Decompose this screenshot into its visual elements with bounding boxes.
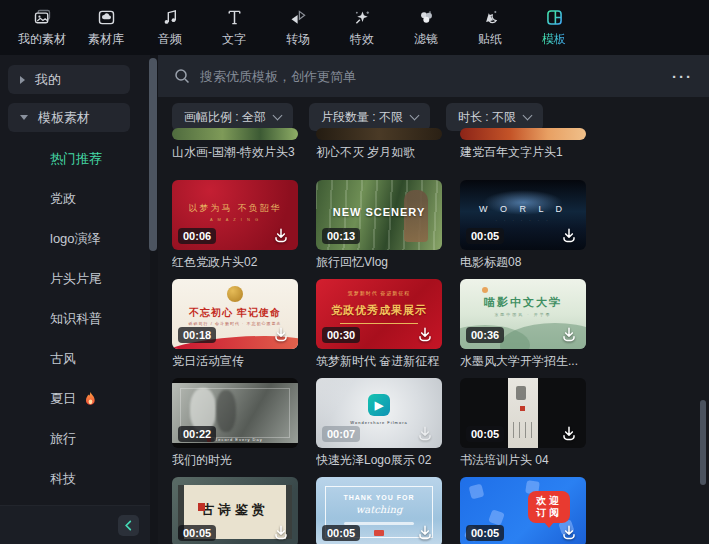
template-card[interactable]: 建党百年文字片头1 <box>460 128 586 161</box>
download-icon[interactable] <box>271 325 291 345</box>
tab-my-media[interactable]: 我的素材 <box>10 0 74 55</box>
duration-badge: 00:18 <box>178 327 216 343</box>
template-thumbnail <box>172 128 298 140</box>
tab-templates-active[interactable]: 模板 <box>522 0 586 55</box>
collapse-sidebar-button[interactable] <box>118 515 139 536</box>
template-card[interactable]: 00:05 书法培训片头 04 <box>460 378 586 469</box>
template-card[interactable]: W O R L D · · · · · · · 00:05 电影标题08 <box>460 180 586 271</box>
tab-transition[interactable]: 转场 <box>266 0 330 55</box>
tab-label-active: 模板 <box>542 31 566 48</box>
more-options-button[interactable]: ··· <box>672 68 693 85</box>
template-thumbnail: 筑梦新时代 奋进新征程 党政优秀成果展示 00:30 <box>316 279 442 349</box>
duration-badge: 00:05 <box>466 228 504 244</box>
template-card[interactable]: NEW SCENERY 00:13 旅行回忆Vlog <box>316 180 442 271</box>
tab-label: 我的素材 <box>18 31 66 48</box>
subscribe-bubble: 欢迎 订阅 <box>528 491 570 523</box>
sidebar-item-party[interactable]: 党政 <box>50 190 76 208</box>
download-icon[interactable] <box>415 325 435 345</box>
tab-stock-library[interactable]: 素材库 <box>74 0 138 55</box>
template-card[interactable]: ▶ Wondershare Filmora 00:07 快速光泽Logo展示 0… <box>316 378 442 469</box>
chevron-down-icon <box>20 115 28 120</box>
duration-badge: 00:06 <box>178 228 216 244</box>
tab-text[interactable]: 文字 <box>202 0 266 55</box>
content-scrollbar[interactable] <box>700 400 706 485</box>
filmora-logo: ▶ <box>368 394 390 416</box>
download-icon[interactable] <box>415 424 435 444</box>
sidebar-group-label: 我的 <box>35 71 61 89</box>
tab-label: 文字 <box>222 31 246 48</box>
filter-row: 画幅比例 : 全部 片段数量 : 不限 时长 : 不限 <box>172 103 543 131</box>
sidebar: 我的 模板素材 热门推荐 党政 logo演绎 片头片尾 知识科普 古风 夏日 旅… <box>0 55 150 544</box>
template-row: 以梦为马 不负韶华 A M A Z I N G 00:06 红色党政片头02 N… <box>172 180 586 271</box>
transition-icon <box>288 7 309 28</box>
template-card[interactable]: 初心不灭 岁月如歌 <box>316 128 442 161</box>
tab-audio[interactable]: 音频 <box>138 0 202 55</box>
sidebar-item-tech[interactable]: 科技 <box>50 470 76 488</box>
template-thumbnail: 欢迎 订阅 00:05 <box>460 477 586 544</box>
download-icon[interactable] <box>271 523 291 543</box>
template-thumbnail <box>316 128 442 140</box>
filter-clip-count[interactable]: 片段数量 : 不限 <box>309 103 430 131</box>
sidebar-group-mine[interactable]: 我的 <box>8 65 130 94</box>
duration-badge: 00:05 <box>322 525 360 541</box>
template-row: 山水画-国潮-特效片头3 初心不灭 岁月如歌 建党百年文字片头1 <box>172 128 586 161</box>
sidebar-group-label: 模板素材 <box>38 109 90 127</box>
template-row: 不忘初心 牢记使命 砥砺前行 / 奋斗新时代 · 不忘初心跟党走 00:18 党… <box>172 279 586 370</box>
template-card[interactable]: 古诗鉴赏 00:05 古诗鉴赏 <box>172 477 298 544</box>
download-icon[interactable] <box>559 325 579 345</box>
tab-label: 特效 <box>350 31 374 48</box>
search-input[interactable] <box>200 69 662 84</box>
template-thumbnail: 古诗鉴赏 00:05 <box>172 477 298 544</box>
filter-duration[interactable]: 时长 : 不限 <box>446 103 543 131</box>
top-toolbar: 我的素材 素材库 音频 文字 转场 特效 <box>0 0 709 55</box>
filter-icon <box>416 7 437 28</box>
sidebar-item-travel[interactable]: 旅行 <box>50 430 76 448</box>
sidebar-item-hot[interactable]: 热门推荐 <box>50 150 102 168</box>
tab-stickers[interactable]: 贴纸 <box>458 0 522 55</box>
template-thumbnail: 不忘初心 牢记使命 砥砺前行 / 奋斗新时代 · 不忘初心跟党走 00:18 <box>172 279 298 349</box>
template-card[interactable]: 山水画-国潮-特效片头3 <box>172 128 298 161</box>
tab-effects[interactable]: 特效 <box>330 0 394 55</box>
sidebar-scrollbar[interactable] <box>149 58 157 251</box>
download-icon[interactable] <box>559 424 579 444</box>
template-thumbnail: THANK YOU FOR watching 00:05 <box>316 477 442 544</box>
search-bar: ··· <box>158 55 709 97</box>
party-emblem <box>227 286 243 302</box>
chevron-right-icon <box>20 76 25 84</box>
sidebar-item-knowledge[interactable]: 知识科普 <box>50 310 102 328</box>
template-row: Record Every Day 00:22 我们的时光 ▶ Wondersha… <box>172 378 586 469</box>
sidebar-item-summer[interactable]: 夏日 <box>50 390 97 408</box>
download-icon[interactable] <box>271 226 291 246</box>
template-card[interactable]: 喵影中文大学 水墨中国风 · 开学季 00:36 水墨风大学开学招生... <box>460 279 586 370</box>
tab-filters[interactable]: 滤镜 <box>394 0 458 55</box>
template-thumbnail <box>460 128 586 140</box>
tab-label: 音频 <box>158 31 182 48</box>
download-icon[interactable] <box>559 523 579 543</box>
flame-icon <box>84 392 97 407</box>
download-icon[interactable] <box>415 523 435 543</box>
template-icon <box>544 7 565 28</box>
chevron-left-icon <box>123 520 134 531</box>
chevron-down-icon <box>273 110 283 120</box>
sidebar-item-logo[interactable]: logo演绎 <box>50 230 101 248</box>
sidebar-item-ancient-style[interactable]: 古风 <box>50 350 76 368</box>
duration-badge: 00:05 <box>178 525 216 541</box>
filter-aspect-ratio[interactable]: 画幅比例 : 全部 <box>172 103 293 131</box>
templates-panel: ··· 画幅比例 : 全部 片段数量 : 不限 时长 : 不限 山水画-国潮-特… <box>158 55 709 544</box>
text-icon <box>224 7 245 28</box>
template-card[interactable]: Record Every Day 00:22 我们的时光 <box>172 378 298 469</box>
download-icon[interactable] <box>559 226 579 246</box>
template-thumbnail: Record Every Day 00:22 <box>172 378 298 448</box>
template-card[interactable]: 筑梦新时代 奋进新征程 党政优秀成果展示 00:30 筑梦新时代 奋进新征程 <box>316 279 442 370</box>
sidebar-group-template-assets[interactable]: 模板素材 <box>8 103 130 132</box>
template-card[interactable]: 以梦为马 不负韶华 A M A Z I N G 00:06 红色党政片头02 <box>172 180 298 271</box>
template-thumbnail: NEW SCENERY 00:13 <box>316 180 442 250</box>
duration-badge: 00:05 <box>466 426 504 442</box>
sidebar-item-intro-outro[interactable]: 片头片尾 <box>50 270 102 288</box>
duration-badge: 00:13 <box>322 228 360 244</box>
chevron-down-icon <box>410 110 420 120</box>
template-card[interactable]: THANK YOU FOR watching 00:05 THANK YOU F… <box>316 477 442 544</box>
template-card[interactable]: 不忘初心 牢记使命 砥砺前行 / 奋斗新时代 · 不忘初心跟党走 00:18 党… <box>172 279 298 370</box>
template-thumbnail: 喵影中文大学 水墨中国风 · 开学季 00:36 <box>460 279 586 349</box>
template-card[interactable]: 欢迎 订阅 00:05 欢迎订阅 <box>460 477 586 544</box>
